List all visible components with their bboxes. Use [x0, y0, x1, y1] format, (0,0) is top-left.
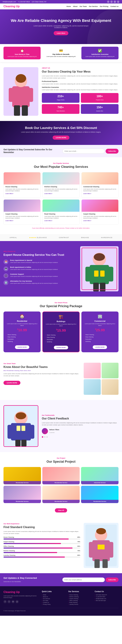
- laundry-cta-button[interactable]: LEARN MORE: [53, 136, 70, 140]
- testimonial-author: Nelson Tilton Customer: [42, 428, 118, 434]
- project-label-0: Residential Service: [4, 481, 41, 484]
- footer-service-5[interactable]: Laundry Service: [68, 604, 92, 605]
- plan-cta-2[interactable]: LEARN MORE: [93, 345, 107, 349]
- nav-team[interactable]: Our Team: [80, 6, 87, 7]
- address-info: 123 Clean Street, NY: [32, 1, 46, 2]
- service-learn-more-3[interactable]: Learn More ›: [6, 220, 39, 222]
- footer: Cleaning Up Lorem ipsum dolor sit amet c…: [0, 586, 122, 616]
- footer-linkedin-icon[interactable]: in: [12, 600, 15, 603]
- footer-newsletter-form: Subscribe: [63, 578, 119, 582]
- team-subtitle: Best Residential Cleaning Team Since 201…: [4, 370, 80, 371]
- nav-home[interactable]: Home: [67, 6, 71, 7]
- newsletter-submit-button[interactable]: Subscribe: [106, 149, 118, 154]
- footer-service-2[interactable]: Carpet Cleaning: [68, 598, 92, 600]
- plan-features-2: Steam Cleaning Deep Cleaning Restoration…: [84, 334, 116, 342]
- footer-link-3[interactable]: Our Team: [42, 600, 66, 602]
- footer-contact-1[interactable]: +1-234-567-8910: [95, 596, 118, 598]
- online-booking-icon: 💻: [4, 266, 8, 271]
- footer-service-1[interactable]: Kitchen Cleaning: [68, 596, 92, 598]
- why-item-3: ℹ️ Information For Any Services Lorem ip…: [4, 280, 77, 285]
- linkedin-icon-top[interactable]: in: [114, 0, 116, 3]
- footer-service-4[interactable]: Road Cleaning: [68, 602, 92, 604]
- why-item-content-2: Customer Support Lorem ipsum dolor sit a…: [10, 273, 58, 277]
- facebook-icon-top[interactable]: f: [107, 0, 109, 3]
- top-social: f t in y: [107, 0, 119, 3]
- plan-cta-1[interactable]: LEARN MORE: [54, 346, 68, 349]
- team-tag: Our Smart Team: [4, 363, 80, 364]
- service-learn-more-1[interactable]: Learn More ›: [44, 193, 78, 194]
- services-note-link[interactable]: Please contact us for better information…: [65, 227, 90, 229]
- nav-service[interactable]: Our Service: [89, 6, 98, 7]
- services-title: Our Most Popular Cleaning Services: [4, 165, 118, 169]
- feature-title-0: Save Money & Time: [5, 54, 39, 55]
- footer-newsletter-input[interactable]: [63, 578, 105, 582]
- team-images: [84, 363, 118, 395]
- plan-name-1: Buildings: [45, 320, 77, 322]
- newsletter-input[interactable]: [63, 149, 105, 154]
- nav-contact[interactable]: Contact us: [110, 6, 118, 7]
- brand-name-4: HARDSPACE: [101, 237, 112, 238]
- service-card-2: Commercial Cleaning Lorem ipsum dolor si…: [81, 172, 118, 198]
- why-item-2: 🎧 Customer Support Lorem ipsum dolor sit…: [4, 273, 77, 278]
- plan-features-1: Steam Cleaning Deep Cleaning Restoration…: [45, 334, 77, 343]
- service-learn-more-5[interactable]: Learn More ›: [83, 220, 116, 222]
- service-card-4: Road Cleaning Lorem ipsum dolor sit amet…: [42, 200, 80, 225]
- svg-rect-33: [89, 542, 95, 558]
- progress-item-0: House Cleaning 85%: [4, 536, 80, 540]
- footer-contact-2[interactable]: info@example.com: [95, 598, 118, 600]
- appointment-icon: 📅: [4, 260, 8, 264]
- project-card-1: Residential Service: [42, 467, 80, 484]
- progress-fill-4: [4, 556, 65, 558]
- footer-link-1[interactable]: About Us: [42, 596, 66, 598]
- stat-value-3: 150+: [83, 106, 117, 109]
- why-section: Why Choose Us Expert House Cleaning Serv…: [0, 241, 122, 296]
- logo-text1: Cleaning: [4, 5, 15, 8]
- kitchen-cleaning-img: [42, 172, 79, 184]
- service-desc-0: Lorem ipsum dolor sit amet consectetur a…: [6, 188, 39, 192]
- youtube-icon-top[interactable]: y: [117, 0, 119, 3]
- feature-item: Deep Cleaning: [45, 336, 77, 338]
- footer-newsletter-content: Get Updates & Stay Connected Subscribe t…: [4, 577, 60, 583]
- service-learn-more-0[interactable]: Learn More ›: [6, 193, 39, 194]
- dot-1[interactable]: [44, 436, 45, 438]
- service-learn-more-2[interactable]: Learn More ›: [83, 193, 116, 194]
- progress-bar-4: [4, 556, 80, 558]
- svg-rect-24: [15, 440, 21, 446]
- footer-twitter-icon[interactable]: t: [8, 600, 11, 603]
- feature-item: Steam Cleaning: [6, 334, 38, 336]
- brand-3: ENGAGE: [81, 237, 89, 238]
- projects-view-all-button[interactable]: View All: [55, 508, 67, 512]
- dot-0[interactable]: [42, 436, 43, 438]
- service-name-4: Road Cleaning: [44, 213, 78, 215]
- nav-pricing[interactable]: Our Pricing: [100, 6, 108, 7]
- footer-facebook-icon[interactable]: f: [4, 600, 7, 603]
- hero-cta-button[interactable]: Learn More: [54, 31, 69, 35]
- why-item-desc-0: Lorem ipsum dolor sit amet consectetur a…: [10, 262, 58, 264]
- progress-bar-0: [4, 538, 80, 540]
- author-name: Nelson Tilton: [49, 429, 59, 430]
- footer-service-3[interactable]: Office Cleaning: [68, 600, 92, 602]
- projects-title: Our Special Project: [4, 460, 118, 464]
- footer-newsletter-button[interactable]: Subscribe: [106, 578, 118, 582]
- twitter-icon-top[interactable]: t: [110, 0, 113, 3]
- footer-youtube-icon[interactable]: y: [16, 600, 19, 603]
- footer-services-links: House Cleaning Kitchen Cleaning Carpet C…: [68, 594, 92, 605]
- service-name-1: Kitchen Cleaning: [44, 186, 78, 188]
- footer-service-0[interactable]: House Cleaning: [68, 594, 92, 596]
- dot-2[interactable]: [46, 436, 48, 438]
- footer-link-4[interactable]: Contact Us: [42, 602, 66, 604]
- project-label-4: Residential Service: [42, 500, 80, 503]
- progress-name-4: Laundry Cleaning: [4, 554, 15, 556]
- team-desc: Lorem ipsum dolor sit amet consectetur a…: [4, 373, 80, 377]
- project-label-5: Residential Service: [81, 500, 118, 503]
- plan-cta-0[interactable]: LEARN MORE: [15, 345, 29, 349]
- team-cta-button[interactable]: LEARN MORE: [4, 381, 20, 385]
- footer-link-2[interactable]: Our Services: [42, 598, 66, 600]
- nav-about[interactable]: About: [73, 6, 78, 7]
- footer-link-0[interactable]: Home: [42, 594, 66, 596]
- why-img: [80, 246, 118, 291]
- footer-link-5[interactable]: Privacy Policy: [42, 604, 66, 605]
- service-learn-more-4[interactable]: Learn More ›: [44, 220, 78, 222]
- team-img-1: [84, 363, 101, 378]
- stat-value-0: 210+: [44, 95, 78, 98]
